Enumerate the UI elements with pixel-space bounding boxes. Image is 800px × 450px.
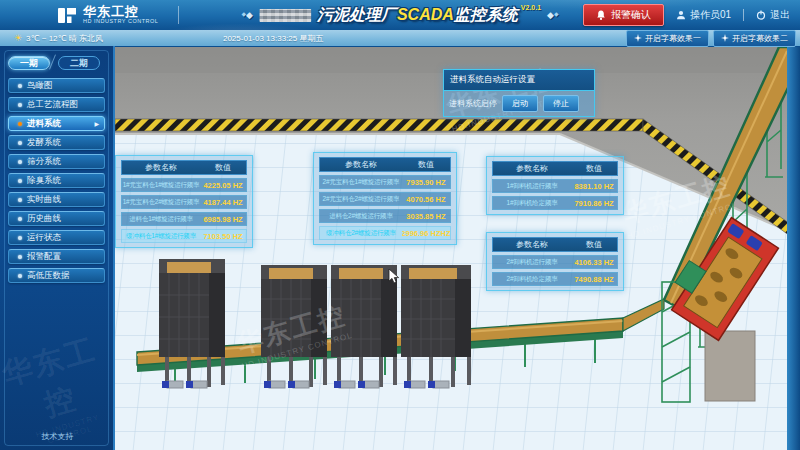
bullet-icon <box>18 160 22 164</box>
param-table-hopper1: 参数名称 数值 1#元宝料仓1#螺旋运行频率4225.05 HZ 1#元宝料仓2… <box>115 155 253 248</box>
main-title-text: 污泥处理厂SCADA监控系统 <box>317 5 518 26</box>
tab-divider <box>49 54 56 69</box>
bullet-icon <box>18 217 22 221</box>
table-row: 2#元宝料仓2#螺旋运行频率4070.56 HZ <box>319 192 451 206</box>
table-row: 缓冲料仓2#螺旋运行频率2996.96 HZHZ <box>319 226 451 240</box>
tab-phase-1[interactable]: 一期 <box>8 56 50 70</box>
table-row: 2#卸料机运行频率4106.33 HZ <box>492 255 618 269</box>
bell-icon <box>596 10 606 21</box>
sidebar-item-screening[interactable]: 筛分系统 <box>8 154 105 169</box>
bullet-icon <box>18 198 22 202</box>
sidebar-item-process-flow[interactable]: 总工艺流程图 <box>8 97 105 112</box>
alarm-confirm-button[interactable]: 报警确认 <box>583 4 664 26</box>
table-row: 进料仓2#螺旋运行频率3035.85 HZ <box>319 209 451 223</box>
bullet-icon <box>18 236 22 240</box>
effect-icon <box>721 34 729 42</box>
weather-text: 3℃ ~ 12℃ 晴 东北风 <box>26 33 103 44</box>
bullet-icon <box>18 103 22 107</box>
effect-icon <box>634 34 642 42</box>
col-header-param: 参数名称 <box>320 158 402 171</box>
phase-tabs: 一期 二期 <box>0 52 113 76</box>
company-logo: 华东工控 HD INDUSTRY CONTROL <box>58 5 179 25</box>
col-header-param: 参数名称 <box>493 162 571 175</box>
table-row: 1#元宝料仓1#螺旋运行频率4225.05 HZ <box>121 178 247 192</box>
panel-title: 进料系统自动运行设置 <box>444 70 594 91</box>
sidebar-item-fermentation[interactable]: 发酵系统 <box>8 135 105 150</box>
bullet-icon <box>18 179 22 183</box>
col-header-param: 参数名称 <box>122 161 200 174</box>
sidebar-menu: 鸟瞰图 总工艺流程图 进料系统▶ 发酵系统 筛分系统 除臭系统 实时曲线 历史曲… <box>0 76 113 289</box>
version-label: V2.0.1 <box>521 4 541 11</box>
sidebar-item-realtime-curve[interactable]: 实时曲线 <box>8 192 105 207</box>
bullet-icon <box>18 141 22 145</box>
table-row: 1#元宝料仓2#螺旋运行频率4187.44 HZ <box>121 195 247 209</box>
header-bar: 华东工控 HD INDUSTRY CONTROL ◆◆ 污泥处理厂SCADA监控… <box>0 0 800 30</box>
diamond-left-icon: ◆◆ <box>241 10 253 20</box>
col-header-param: 参数名称 <box>493 238 571 251</box>
user-icon <box>676 10 686 20</box>
stop-button[interactable]: 停止 <box>543 95 579 112</box>
subtitle-effect-1-button[interactable]: 开启字幕效果一 <box>626 30 709 47</box>
param-table-hopper2: 参数名称 数值 2#元宝料仓1#螺旋运行频率7935.90 HZ 2#元宝料仓2… <box>313 152 457 245</box>
sidebar-nav: 一期 二期 鸟瞰图 总工艺流程图 进料系统▶ 发酵系统 筛分系统 除臭系统 实时… <box>0 46 115 450</box>
start-button[interactable]: 启动 <box>502 95 538 112</box>
weather-widget: ☀ 3℃ ~ 12℃ 晴 东北风 <box>14 33 103 44</box>
diamond-right-icon: ◆◆ <box>547 10 559 20</box>
redacted-text-block <box>259 9 311 22</box>
col-header-value: 数值 <box>402 158 450 171</box>
logout-label: 退出 <box>770 8 790 22</box>
param-table-discharger1: 参数名称 数值 1#卸料机运行频率8381.10 HZ 1#卸料机给定频率791… <box>486 156 624 215</box>
feed-auto-run-panel: 进料系统自动运行设置 进料系统启停 启动 停止 <box>443 69 595 117</box>
table-row: 2#卸料机给定频率7490.88 HZ <box>492 272 618 286</box>
subtitle-effect-1-label: 开启字幕效果一 <box>645 33 701 44</box>
header-divider <box>178 6 179 24</box>
submenu-arrow-icon: ▶ <box>94 120 99 127</box>
sidebar-item-alarm-config[interactable]: 报警配置 <box>8 249 105 264</box>
start-stop-label: 进料系统启停 <box>449 98 497 109</box>
col-header-value: 数值 <box>200 161 246 174</box>
power-icon <box>756 10 766 20</box>
sidebar-item-deodorization[interactable]: 除臭系统 <box>8 173 105 188</box>
bullet-icon <box>18 122 22 126</box>
table-row: 2#元宝料仓1#螺旋运行频率7935.90 HZ <box>319 175 451 189</box>
alarm-confirm-label: 报警确认 <box>611 8 651 22</box>
logo-cn-text: 华东工控 <box>83 5 158 18</box>
sidebar-item-feed-system[interactable]: 进料系统▶ <box>8 116 105 131</box>
sidebar-item-hv-lv-data[interactable]: 高低压数据 <box>8 268 105 283</box>
tab-phase-2[interactable]: 二期 <box>58 56 100 70</box>
table-row: 缓冲料仓1#螺旋运行频率7103.50 HZ <box>121 229 247 243</box>
bullet-icon <box>18 274 22 278</box>
logo-mark-icon <box>58 7 77 24</box>
logo-en-text: HD INDUSTRY CONTROL <box>83 18 158 25</box>
subtitle-effect-2-button[interactable]: 开启字幕效果二 <box>713 30 796 47</box>
page-title: ◆◆ 污泥处理厂SCADA监控系统 V2.0.1 ◆◆ <box>241 0 558 30</box>
param-table-discharger2: 参数名称 数值 2#卸料机运行频率4106.33 HZ 2#卸料机给定频率749… <box>486 232 624 291</box>
subtitle-effect-2-label: 开启字幕效果二 <box>732 33 788 44</box>
bullet-icon <box>18 255 22 259</box>
bullet-icon <box>18 84 22 88</box>
table-row: 1#卸料机运行频率8381.10 HZ <box>492 179 618 193</box>
logout-button[interactable]: 退出 <box>756 8 790 22</box>
table-row: 进料仓1#螺旋运行频率6985.98 HZ <box>121 212 247 226</box>
main-view: 华东工控HD.INDUSTRY CONTROL 华东工控HD.INDUSTRY … <box>115 46 800 450</box>
col-header-value: 数值 <box>571 238 617 251</box>
sidebar-item-history-curve[interactable]: 历史曲线 <box>8 211 105 226</box>
operator-label: 操作员01 <box>690 8 731 22</box>
frame-edge <box>787 47 800 450</box>
tech-support-link[interactable]: 技术支持 <box>0 431 115 442</box>
header-divider <box>743 9 744 21</box>
sun-icon: ☀ <box>14 33 22 43</box>
status-bar: ☀ 3℃ ~ 12℃ 晴 东北风 2025-01-03 13:33:25 星期五… <box>0 30 800 46</box>
operator-button[interactable]: 操作员01 <box>676 8 731 22</box>
scada-app: 华东工控 HD INDUSTRY CONTROL ◆◆ 污泥处理厂SCADA监控… <box>0 0 800 450</box>
sidebar-item-running-status[interactable]: 运行状态 <box>8 230 105 245</box>
table-row: 1#卸料机给定频率7910.86 HZ <box>492 196 618 210</box>
sidebar-item-birdview[interactable]: 鸟瞰图 <box>8 78 105 93</box>
datetime-text: 2025-01-03 13:33:25 星期五 <box>223 33 324 44</box>
pedestal <box>705 331 755 401</box>
col-header-value: 数值 <box>571 162 617 175</box>
